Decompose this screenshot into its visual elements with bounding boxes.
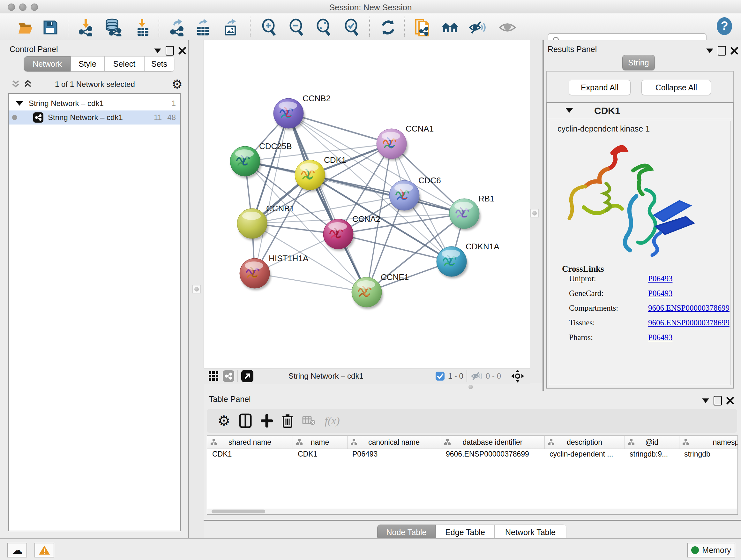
cell-canonical-name[interactable]: P06493 bbox=[352, 450, 438, 458]
column-header-name[interactable]: name bbox=[293, 436, 347, 449]
scrollbar-thumb[interactable] bbox=[212, 509, 265, 513]
tab-network-table[interactable]: Network Table bbox=[495, 524, 566, 540]
warnings-button[interactable] bbox=[35, 543, 54, 557]
panel-close-icon[interactable] bbox=[179, 47, 186, 55]
homes-icon[interactable] bbox=[441, 19, 459, 36]
crosslink-label: Pharos: bbox=[569, 333, 593, 341]
import-network-icon[interactable] bbox=[77, 19, 95, 36]
save-session-icon[interactable] bbox=[42, 19, 59, 36]
tab-select[interactable]: Select bbox=[105, 56, 144, 71]
tab-sets[interactable]: Sets bbox=[144, 56, 174, 71]
crosslink-link[interactable]: 9606.ENSP00000378699 bbox=[648, 304, 730, 313]
edge-CCNB2-HIST1H1A[interactable] bbox=[255, 113, 288, 273]
node-CDC6[interactable]: CDC6 bbox=[389, 176, 441, 212]
zoom-out-icon[interactable] bbox=[287, 19, 306, 36]
tab-network[interactable]: Network bbox=[24, 56, 71, 71]
application-window: Session: New Session bbox=[0, 0, 741, 560]
memory-button[interactable]: Memory bbox=[687, 543, 735, 557]
expand-all-icon[interactable] bbox=[23, 79, 32, 89]
crosslink-link[interactable]: P06493 bbox=[648, 289, 672, 298]
collapse-all-button[interactable]: Collapse All bbox=[642, 80, 711, 95]
edge-CDK1-RB1[interactable] bbox=[310, 175, 464, 213]
show-columns-icon[interactable] bbox=[239, 414, 252, 428]
gene-collapse-icon[interactable] bbox=[565, 108, 573, 113]
table-options-gear-icon[interactable]: ⚙ bbox=[218, 414, 230, 428]
node-table[interactable]: shared namenamecanonical namedatabase id… bbox=[207, 435, 738, 515]
help-button[interactable]: ? bbox=[716, 18, 733, 35]
cloud-button[interactable]: ☁ bbox=[7, 543, 27, 557]
cell-@id[interactable]: stringdb:9... bbox=[630, 450, 677, 458]
open-session-icon[interactable] bbox=[17, 19, 35, 36]
network-canvas[interactable]: CCNB2CCNA1CDC25BCDK1CDC6RB1CCNB1CCNA2CDK… bbox=[204, 40, 530, 368]
add-column-icon[interactable] bbox=[261, 414, 273, 428]
birds-eye-toggle-icon[interactable] bbox=[511, 369, 525, 383]
node-label-CCNA1: CCNA1 bbox=[406, 124, 434, 133]
network-row-selected[interactable]: String Network – cdk1 11 48 bbox=[9, 111, 180, 125]
export-image-icon[interactable] bbox=[221, 19, 239, 36]
collection-expand-icon[interactable] bbox=[16, 101, 23, 106]
apply-layout-icon[interactable] bbox=[379, 19, 397, 36]
crosslink-link[interactable]: 9606.ENSP00000378699 bbox=[648, 318, 730, 327]
node-CDKN1A[interactable]: CDKN1A bbox=[436, 242, 499, 278]
network-graph[interactable]: CCNB2CCNA1CDC25BCDK1CDC6RB1CCNB1CCNA2CDK… bbox=[204, 40, 530, 368]
expand-all-button[interactable]: Expand All bbox=[569, 80, 630, 95]
cell-description[interactable]: cyclin-dependent ... bbox=[549, 450, 622, 458]
zoom-fit-icon[interactable] bbox=[315, 19, 333, 36]
cell-namespace[interactable]: stringdb bbox=[684, 450, 738, 458]
column-header-database-identifier[interactable]: database identifier bbox=[441, 436, 545, 449]
panel-float-icon[interactable] bbox=[714, 396, 722, 406]
node-HIST1H1A[interactable]: HIST1H1A bbox=[240, 253, 309, 290]
tab-node-table[interactable]: Node Table bbox=[377, 524, 435, 540]
node-CCNA1[interactable]: CCNA1 bbox=[377, 124, 434, 161]
collection-count: 1 bbox=[172, 99, 176, 108]
panel-menu-icon[interactable] bbox=[706, 49, 713, 53]
panel-close-icon[interactable] bbox=[726, 397, 734, 405]
column-header-canonical-name[interactable]: canonical name bbox=[347, 436, 441, 449]
column-header-description[interactable]: description bbox=[544, 436, 625, 449]
crosslink-link[interactable]: P06493 bbox=[648, 274, 672, 283]
table-header-row: shared namenamecanonical namedatabase id… bbox=[207, 436, 738, 449]
network-view-icon[interactable] bbox=[223, 370, 234, 382]
edge-HIST1H1A-CCNE1[interactable] bbox=[255, 273, 367, 292]
column-header-namespace[interactable]: namespace bbox=[679, 436, 738, 449]
hide-eye-icon[interactable] bbox=[468, 19, 486, 36]
collapse-all-icon[interactable] bbox=[11, 79, 20, 89]
tab-edge-table[interactable]: Edge Table bbox=[435, 524, 495, 540]
node-CCNB2[interactable]: CCNB2 bbox=[273, 94, 331, 130]
grid-view-icon[interactable] bbox=[208, 371, 219, 381]
hidden-eye-icon[interactable] bbox=[470, 371, 483, 381]
right-splitter-handle[interactable] bbox=[530, 209, 539, 217]
network-options-gear-icon[interactable]: ⚙ bbox=[172, 78, 183, 90]
import-table-icon[interactable] bbox=[133, 19, 151, 36]
crosslink-link[interactable]: P06493 bbox=[648, 333, 672, 342]
node-label-RB1: RB1 bbox=[478, 194, 495, 203]
network-collection-row[interactable]: String Network – cdk1 1 bbox=[9, 97, 180, 111]
column-header-shared-name[interactable]: shared name bbox=[207, 436, 293, 449]
panel-menu-icon[interactable] bbox=[702, 398, 709, 403]
node-label-HIST1H1A: HIST1H1A bbox=[269, 253, 309, 263]
left-splitter-handle[interactable] bbox=[192, 285, 201, 294]
zoom-selected-icon[interactable] bbox=[343, 19, 360, 36]
import-network-from-database-icon[interactable] bbox=[104, 19, 122, 36]
selected-checkbox-icon[interactable] bbox=[435, 371, 445, 381]
cell-database-identifier[interactable]: 9606.ENSP00000378699 bbox=[446, 450, 542, 458]
export-network-icon[interactable] bbox=[168, 19, 186, 36]
tab-string[interactable]: String bbox=[622, 55, 655, 70]
panel-menu-icon[interactable] bbox=[154, 49, 161, 53]
bottom-splitter-handle[interactable] bbox=[467, 383, 475, 391]
panel-float-icon[interactable] bbox=[165, 46, 174, 56]
tab-style[interactable]: Style bbox=[71, 56, 105, 71]
zoom-in-icon[interactable] bbox=[260, 19, 278, 36]
cell-name[interactable]: CDK1 bbox=[298, 450, 345, 458]
panel-close-icon[interactable] bbox=[731, 47, 738, 55]
clipboard-network-icon[interactable] bbox=[413, 19, 431, 36]
detach-view-icon[interactable] bbox=[241, 370, 253, 382]
gene-card-header[interactable]: CDK1 bbox=[547, 103, 733, 119]
node-RB1[interactable]: RB1 bbox=[449, 194, 495, 231]
cell-shared-name[interactable]: CDK1 bbox=[212, 450, 290, 458]
panel-float-icon[interactable] bbox=[718, 46, 726, 56]
column-header-@id[interactable]: @id bbox=[624, 436, 679, 449]
delete-column-trash-icon[interactable] bbox=[282, 414, 293, 428]
table-horizontal-scrollbar[interactable] bbox=[207, 509, 737, 514]
export-table-icon[interactable] bbox=[194, 19, 212, 36]
